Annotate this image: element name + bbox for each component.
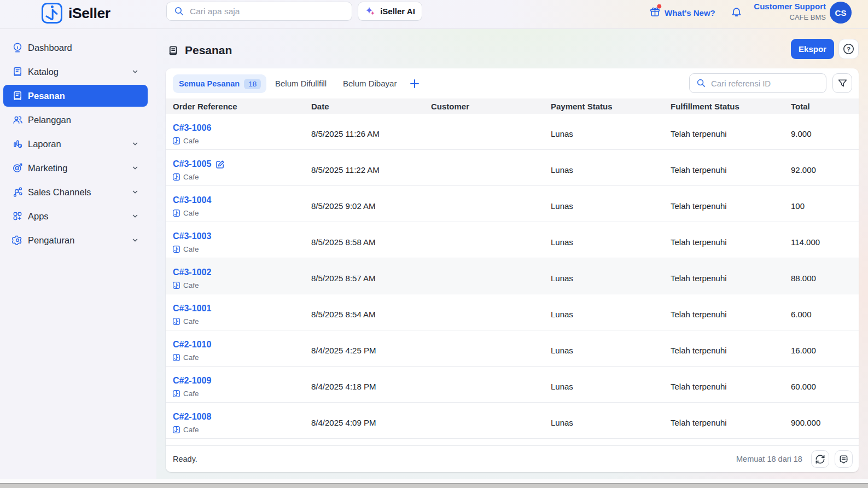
svg-text:?: ? <box>847 46 850 53</box>
